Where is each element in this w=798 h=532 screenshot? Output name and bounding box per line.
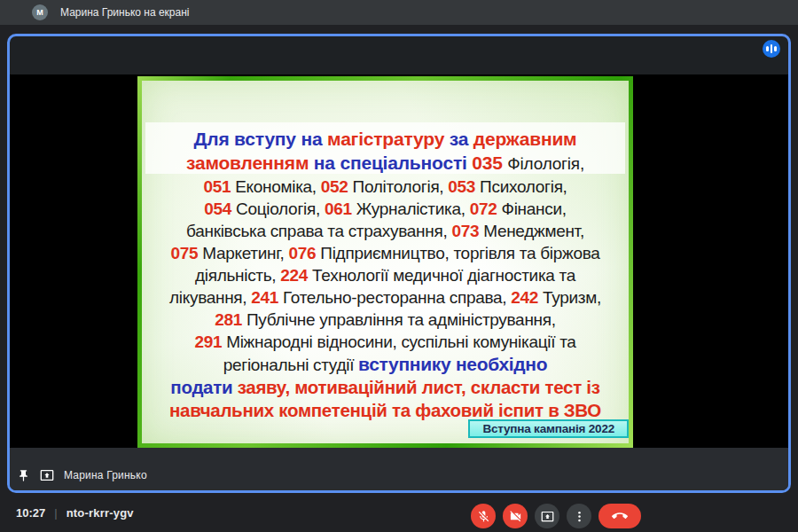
slide-line: Для вступу на магістратуру за державним [145,127,625,151]
screen-share-tile[interactable]: Для вступу на магістратуру за державнимз… [7,34,791,493]
meeting-code: nto-rkrr-ygv [66,506,134,520]
camera-off-button[interactable] [503,504,528,528]
end-call-icon [612,508,628,524]
tile-name-overlay: Марина Гринько [17,468,147,482]
presenting-banner: M Марина Гринько на екрані [0,0,798,25]
pin-icon[interactable] [17,469,30,482]
slide-line: банківська справа та страхування, 073 Ме… [145,220,625,242]
slide-line: 075 Маркетинг, 076 Підприємництво, торгі… [145,242,625,264]
mic-off-icon [477,510,490,523]
mic-off-button[interactable] [471,504,496,528]
end-call-button[interactable] [598,504,641,528]
slide-line: 281 Публічне управління та адмініструван… [145,309,625,331]
slide-background: Для вступу на магістратуру за державнимз… [142,81,629,443]
meeting-info: 10:27 | nto-rkrr-ygv [16,506,134,520]
meet-bottom-bar: 10:27 | nto-rkrr-ygv [0,493,798,532]
slide-line: 051 Економіка, 052 Політологія, 053 Псих… [145,176,625,198]
slide-line: лікування, 241 Готельно-ресторанна справ… [145,286,625,309]
audio-indicator-icon [763,40,780,58]
clock: 10:27 [16,506,45,520]
slide-text: Для вступу на магістратуру за державнимз… [145,127,625,422]
presentation-slide: Для вступу на магістратуру за державнимз… [137,76,633,448]
present-icon [541,510,554,523]
separator: | [54,506,57,520]
slide-line: замовленням на спеціальності 035 Філолог… [145,151,625,176]
presenter-name: Марина Гринько [64,469,147,481]
slide-line: діяльність, 224 Технології медичної діаг… [145,264,625,286]
avatar: M [32,4,48,20]
call-controls [471,504,641,528]
camera-off-icon [509,510,522,523]
present-button[interactable] [535,504,559,528]
presenting-label: Марина Гринько на екрані [60,6,190,19]
slide-line: 054 Соціологія, 061 Журналістика, 072 Фі… [145,198,625,220]
slide-line: 291 Міжнародні відносини, суспільні кому… [145,331,625,353]
slide-line: регіональні студії вступнику необхідно [145,353,625,376]
more-options-button[interactable] [567,504,591,528]
popout-icon[interactable] [40,468,54,482]
campaign-badge: Вступна кампанія 2022 [468,419,629,438]
more-options-icon [573,510,586,523]
slide-line: подати заяву, мотиваційний лист, скласти… [145,376,625,399]
